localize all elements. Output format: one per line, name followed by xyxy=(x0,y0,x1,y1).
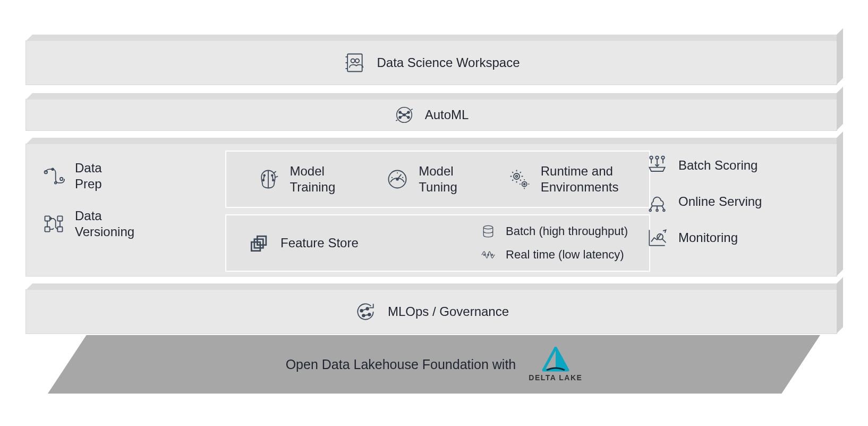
cloud-network-icon xyxy=(645,190,669,213)
fs-batch-label: Batch (high throughput) xyxy=(506,224,628,238)
delta-triangle-icon xyxy=(541,347,570,372)
svg-point-60 xyxy=(649,210,651,212)
runtime-env-item: Runtime and Environments xyxy=(508,163,619,195)
svg-point-42 xyxy=(524,183,525,185)
neural-net-icon xyxy=(394,105,414,125)
svg-point-59 xyxy=(656,210,658,212)
svg-point-61 xyxy=(663,210,665,212)
svg-line-57 xyxy=(650,206,652,209)
middle-layer: Data Prep Data Versioning xyxy=(25,144,837,277)
svg-point-50 xyxy=(650,156,653,160)
svg-point-47 xyxy=(483,254,485,256)
model-training-item: Model Training xyxy=(257,163,335,195)
svg-point-5 xyxy=(355,59,359,63)
model-training-label-1: Model xyxy=(290,163,335,179)
automl-layer: AutoML xyxy=(25,99,837,131)
svg-point-39 xyxy=(514,173,520,179)
layers-icon xyxy=(248,231,271,255)
model-tuning-label-1: Model xyxy=(419,163,457,179)
contacts-book-icon xyxy=(343,51,366,74)
online-serving-item: Online Serving xyxy=(645,190,821,213)
workspace-layer: Data Science Workspace xyxy=(25,40,837,85)
database-icon xyxy=(480,223,496,239)
data-prep-label-1: Data xyxy=(75,160,102,176)
batch-scoring-item: Batch Scoring xyxy=(645,154,821,177)
online-serving-label: Online Serving xyxy=(678,194,762,209)
svg-point-35 xyxy=(396,178,398,180)
delta-lake-text: DELTA LAKE xyxy=(529,373,582,382)
data-prep-label-2: Prep xyxy=(75,176,102,192)
waveform-icon xyxy=(480,247,496,263)
gauge-icon xyxy=(386,168,409,191)
model-tuning-label-2: Tuning xyxy=(419,179,457,195)
svg-point-41 xyxy=(522,182,526,187)
analytics-icon xyxy=(645,226,669,249)
svg-line-36 xyxy=(392,177,393,178)
feature-store-realtime-item: Real time (low latency) xyxy=(480,247,628,263)
runtime-label-1: Runtime and xyxy=(541,163,619,179)
data-prep-item: Data Prep xyxy=(42,160,201,192)
svg-point-40 xyxy=(515,176,517,178)
monitoring-label: Monitoring xyxy=(678,230,738,245)
refresh-nodes-icon xyxy=(354,300,377,323)
model-training-label-2: Training xyxy=(290,179,335,195)
svg-point-4 xyxy=(351,59,355,63)
delta-lake-logo: DELTA LAKE xyxy=(529,347,582,382)
svg-line-65 xyxy=(662,239,666,243)
data-versioning-item: Data Versioning xyxy=(42,208,201,240)
mlops-label: MLOps / Governance xyxy=(388,304,509,319)
data-versioning-label-2: Versioning xyxy=(75,224,134,240)
svg-point-52 xyxy=(661,156,665,160)
runtime-label-2: Environments xyxy=(541,179,619,195)
svg-line-58 xyxy=(662,206,664,209)
feature-store-block: Feature Store Batch (high throughput) xyxy=(225,214,650,272)
download-tray-icon xyxy=(645,154,669,177)
gears-icon xyxy=(508,168,531,191)
svg-point-51 xyxy=(656,156,659,160)
automl-label: AutoML xyxy=(425,107,469,122)
fs-realtime-label: Real time (low latency) xyxy=(506,248,624,262)
svg-point-46 xyxy=(483,225,493,229)
monitoring-item: Monitoring xyxy=(645,226,821,249)
svg-rect-21 xyxy=(57,216,62,221)
svg-rect-23 xyxy=(57,227,62,232)
svg-rect-45 xyxy=(251,242,260,251)
svg-point-19 xyxy=(55,182,57,184)
svg-point-49 xyxy=(491,254,493,256)
model-tuning-item: Model Tuning xyxy=(386,163,457,195)
data-versioning-label-1: Data xyxy=(75,208,134,224)
svg-rect-0 xyxy=(348,54,363,72)
svg-line-37 xyxy=(402,177,403,178)
svg-point-17 xyxy=(60,178,63,181)
foundation-label: Open Data Lakehouse Foundation with xyxy=(286,357,516,372)
model-block: Model Training xyxy=(225,151,650,208)
svg-rect-43 xyxy=(257,236,266,245)
brain-icon xyxy=(257,168,280,191)
svg-rect-22 xyxy=(45,227,50,232)
branching-icon xyxy=(42,212,65,236)
svg-rect-20 xyxy=(45,216,50,221)
feature-store-label: Feature Store xyxy=(280,236,359,250)
foundation-layer: Open Data Lakehouse Foundation with DELT… xyxy=(48,335,820,394)
mlops-layer: MLOps / Governance xyxy=(25,289,837,334)
feature-store-batch-item: Batch (high throughput) xyxy=(480,223,628,239)
svg-rect-44 xyxy=(254,239,263,248)
workspace-label: Data Science Workspace xyxy=(377,55,520,70)
batch-scoring-label: Batch Scoring xyxy=(678,158,758,173)
pipeline-icon xyxy=(42,164,65,188)
